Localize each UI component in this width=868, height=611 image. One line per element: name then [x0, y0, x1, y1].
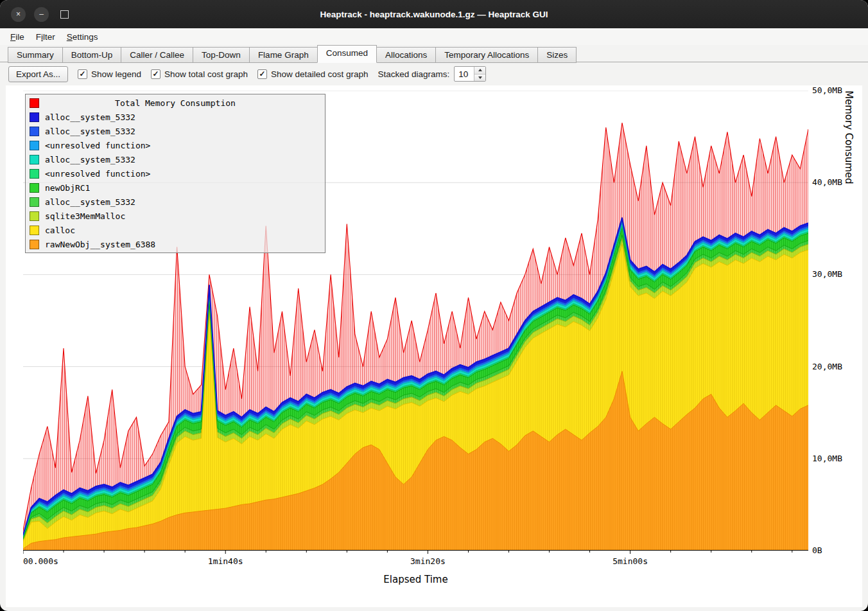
legend-label: alloc__system_5332 — [45, 112, 135, 122]
x-tick-label: 5min00s — [612, 556, 648, 566]
legend-label: sqlite3MemMalloc — [45, 211, 125, 221]
legend-swatch — [30, 127, 39, 136]
app-window: × – Heaptrack - heaptrack.wakunode.1.gz … — [0, 0, 868, 611]
legend-entry: sqlite3MemMalloc — [27, 209, 324, 223]
legend-label: newObjRC1 — [45, 183, 90, 193]
menu-file[interactable]: File — [4, 30, 30, 44]
stacked-diagrams-value: 10 — [455, 67, 474, 81]
legend-entry: newObjRC1 — [27, 181, 324, 195]
menu-settings[interactable]: Settings — [61, 30, 104, 44]
tab-bottom-up[interactable]: Bottom-Up — [62, 47, 122, 63]
minimize-button[interactable]: – — [34, 7, 49, 22]
checkbox-group: ✓Show legend✓Show total cost graph✓Show … — [78, 69, 369, 79]
checkbox-label: Show detailed cost graph — [271, 69, 369, 79]
legend-swatch — [30, 240, 39, 249]
x-axis-title: Elapsed Time — [23, 574, 808, 585]
checkbox-show-legend[interactable]: ✓Show legend — [78, 69, 141, 79]
legend-entry: alloc__system_5332 — [27, 195, 324, 209]
legend-label: <unresolved function> — [45, 169, 150, 179]
close-button[interactable]: × — [11, 7, 26, 22]
window-title: Heaptrack - heaptrack.wakunode.1.gz — He… — [90, 10, 778, 19]
legend-entry: alloc__system_5332 — [27, 110, 324, 124]
spin-up-button[interactable] — [474, 67, 485, 75]
checkbox-box: ✓ — [78, 69, 87, 79]
stacked-diagrams-spinbox[interactable]: 10 — [454, 66, 486, 82]
legend-title-row: Total Memory Consumption — [27, 96, 324, 110]
y-tick-label: 20,0MB — [812, 362, 842, 372]
toolbar: Export As... ✓Show legend✓Show total cos… — [0, 63, 868, 85]
legend-swatch — [30, 112, 39, 122]
tab-bar: SummaryBottom-UpCaller / CalleeTop-DownF… — [0, 45, 868, 62]
legend-label: rawNewObj__system_6388 — [45, 240, 155, 249]
y-tick-label: 10,0MB — [812, 454, 842, 464]
tab-top-down[interactable]: Top-Down — [193, 47, 250, 63]
checkbox-show-detailed-cost-graph[interactable]: ✓Show detailed cost graph — [257, 69, 369, 79]
legend-swatch — [30, 169, 39, 179]
y-tick-label: 30,0MB — [812, 269, 842, 279]
x-tick-label: 00.000s — [23, 556, 58, 566]
consumed-chart-area: Elapsed Time Memory Consumed Total Memor… — [6, 85, 862, 607]
legend-label: <unresolved function> — [45, 141, 150, 150]
legend-entry: rawNewObj__system_6388 — [27, 237, 324, 251]
legend-entry: alloc__system_5332 — [27, 124, 324, 138]
tab-flame-graph[interactable]: Flame Graph — [249, 47, 318, 63]
spin-down-button[interactable] — [474, 75, 485, 82]
y-axis-title: Memory Consumed — [843, 91, 855, 551]
checkbox-box: ✓ — [151, 69, 161, 79]
tab-allocations[interactable]: Allocations — [376, 47, 436, 63]
legend-swatch — [30, 141, 39, 150]
legend-label: alloc__system_5332 — [45, 155, 135, 164]
checkbox-label: Show total cost graph — [164, 69, 248, 79]
checkbox-box: ✓ — [257, 69, 267, 79]
tab-temporary-allocations[interactable]: Temporary Allocations — [435, 47, 538, 63]
legend-entry: <unresolved function> — [27, 138, 324, 152]
maximize-icon — [60, 10, 69, 19]
y-tick-label: 0B — [812, 545, 822, 556]
export-as-button[interactable]: Export As... — [8, 66, 68, 82]
legend-entry: <unresolved function> — [27, 166, 324, 181]
tab-summary[interactable]: Summary — [8, 47, 63, 63]
tab-sizes[interactable]: Sizes — [537, 47, 577, 63]
legend-entry: calloc — [27, 223, 324, 237]
legend-swatch — [30, 197, 39, 207]
legend-entry: alloc__system_5332 — [27, 152, 324, 166]
checkbox-label: Show legend — [91, 69, 141, 79]
checkbox-show-total-cost-graph[interactable]: ✓Show total cost graph — [151, 69, 248, 79]
stacked-diagrams-label: Stacked diagrams: — [378, 69, 450, 79]
y-tick-label: 50,0MB — [812, 85, 842, 96]
legend-label: alloc__system_5332 — [45, 127, 135, 136]
tab-consumed[interactable]: Consumed — [317, 45, 377, 63]
legend-swatch — [30, 211, 39, 221]
legend-title: Total Memory Consumption — [27, 98, 324, 108]
legend-swatch — [30, 183, 39, 193]
maximize-button[interactable] — [57, 7, 72, 22]
spin-up-icon — [478, 69, 482, 71]
chart-legend: Total Memory Consumptionalloc__system_53… — [25, 94, 326, 253]
y-tick-label: 40,0MB — [812, 177, 842, 188]
legend-label: calloc — [45, 226, 75, 235]
x-tick-label: 1min40s — [208, 556, 243, 566]
tab-caller-callee[interactable]: Caller / Callee — [121, 47, 193, 63]
spin-down-icon — [478, 76, 482, 79]
legend-swatch — [30, 226, 39, 235]
legend-swatch — [30, 155, 39, 164]
menu-filter[interactable]: Filter — [30, 30, 61, 44]
spinbox-arrows — [474, 67, 485, 81]
legend-label: alloc__system_5332 — [45, 197, 135, 207]
title-bar: × – Heaptrack - heaptrack.wakunode.1.gz … — [0, 0, 868, 28]
menu-bar: FileFilterSettings — [0, 28, 868, 45]
stacked-diagrams-group: Stacked diagrams: 10 — [378, 66, 487, 82]
x-tick-label: 3min20s — [410, 556, 446, 566]
